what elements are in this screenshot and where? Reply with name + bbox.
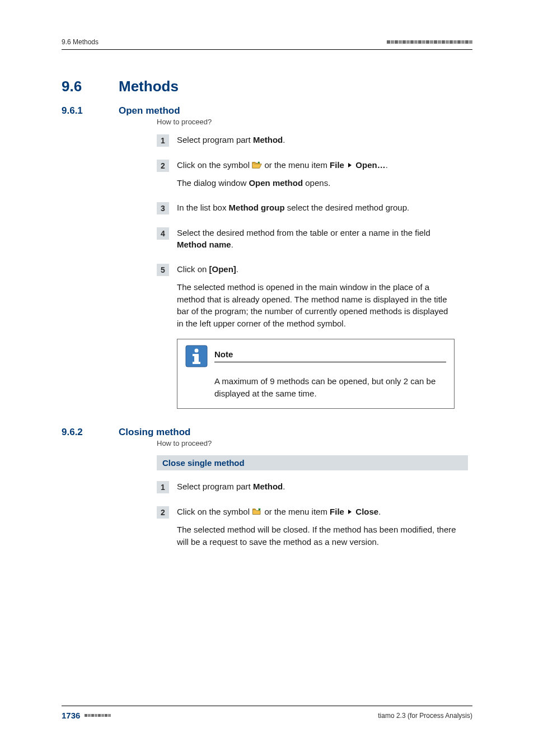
note-title: Note (214, 349, 233, 359)
bold-term: Method group (229, 203, 285, 212)
section-title: Methods (119, 78, 179, 95)
howto-label: How to proceed? (157, 439, 472, 447)
step-text: Select the desired method from the table… (177, 227, 457, 251)
bold-term: Method name (177, 240, 231, 249)
svg-rect-4 (193, 362, 200, 364)
open-folder-icon (252, 160, 262, 168)
menu-file: File (330, 507, 344, 516)
text: . (236, 264, 238, 274)
bold-term: Open method (249, 178, 303, 188)
procedure-title-bar: Close single method (157, 455, 468, 470)
howto-label: How to proceed? (157, 118, 472, 126)
subsection-title: Open method (119, 105, 180, 116)
close-folder-icon (252, 507, 262, 515)
step-text: In the list box Method group select the … (177, 202, 409, 214)
running-head: 9.6 Methods (62, 38, 99, 46)
menu-separator-icon (348, 163, 352, 167)
text: The dialog window (177, 178, 249, 188)
text: Select program part (177, 135, 253, 144)
step-number-badge: 1 (157, 481, 169, 493)
subsection-heading: 9.6.1 Open method (62, 105, 472, 116)
step-number-badge: 1 (157, 134, 169, 147)
step-text: Click on [Open]. The selected method is … (177, 263, 457, 330)
note-box: Note A maximum of 9 methods can be opene… (177, 339, 455, 409)
note-header: Note (185, 345, 446, 367)
text: . (283, 135, 285, 144)
step-text: Select program part Method. (177, 134, 285, 147)
footer-product: tiamo 2.3 (for Process Analysis) (378, 712, 472, 720)
step-number-badge: 5 (157, 264, 169, 276)
text: In the list box (177, 203, 229, 212)
text: opens. (303, 178, 330, 188)
page-footer: 1736 tiamo 2.3 (for Process Analysis) (62, 706, 472, 720)
menu-close: Close (355, 507, 378, 516)
menu-separator-icon (348, 510, 352, 514)
text: Click on the symbol (177, 507, 252, 516)
subsection-body: How to proceed? 1 Select program part Me… (157, 118, 472, 409)
text: . (231, 240, 233, 249)
bold-term: Method (253, 135, 283, 144)
page-header-row: 9.6 Methods (62, 38, 472, 46)
bold-term: [Open] (209, 264, 236, 274)
step-item: 1 Select program part Method. (157, 480, 472, 493)
step-result-text: The selected method is opened in the mai… (177, 281, 457, 330)
footer-ornament (85, 714, 111, 717)
step-number-badge: 2 (157, 506, 169, 519)
document-page: 9.6 Methods 9.6 Methods 9.6.1 Open metho… (0, 0, 534, 756)
step-number-badge: 4 (157, 227, 169, 240)
text: . (378, 507, 381, 516)
subsection-body: How to proceed? Close single method 1 Se… (157, 439, 472, 548)
subsection-number: 9.6.1 (62, 105, 96, 116)
subsection-number: 9.6.2 (62, 427, 96, 438)
menu-file: File (330, 160, 344, 170)
menu-open: Open… (355, 160, 385, 170)
step-item: 4 Select the desired method from the tab… (157, 227, 472, 251)
step-item: 2 Click on the symbol or the menu item F… (157, 506, 472, 548)
step-item: 1 Select program part Method. (157, 134, 472, 147)
page-number: 1736 (62, 711, 80, 720)
text: . (386, 160, 388, 170)
text: Click on (177, 264, 209, 274)
text: . (283, 482, 285, 491)
step-number-badge: 3 (157, 202, 169, 214)
svg-rect-3 (193, 354, 196, 356)
text: Select the desired method from the table… (177, 228, 430, 237)
step-item: 3 In the list box Method group select th… (157, 202, 472, 214)
header-rule (62, 49, 472, 50)
step-text: Click on the symbol or the menu item Fil… (177, 159, 388, 189)
svg-point-1 (195, 348, 199, 352)
note-body: A maximum of 9 methods can be opened, bu… (214, 375, 446, 400)
step-item: 2 Click on the symbol or the menu item F… (157, 159, 472, 189)
text: or the menu item (264, 507, 330, 516)
subsection-heading: 9.6.2 Closing method (62, 427, 472, 438)
text: or the menu item (264, 160, 330, 170)
step-number-badge: 2 (157, 160, 169, 172)
bold-term: Method (253, 482, 283, 491)
subsection-title: Closing method (119, 427, 190, 438)
section-heading: 9.6 Methods (62, 78, 472, 95)
step-text: Click on the symbol or the menu item Fil… (177, 506, 457, 548)
step-item: 5 Click on [Open]. The selected method i… (157, 263, 472, 330)
info-icon (185, 345, 208, 367)
step-result-text: The selected method will be closed. If t… (177, 524, 457, 548)
header-ornament (387, 40, 472, 44)
text: select the desired method group. (285, 203, 410, 212)
section-number: 9.6 (62, 78, 96, 95)
footer-left: 1736 (62, 711, 111, 720)
step-text: Select program part Method. (177, 480, 285, 493)
text: Select program part (177, 482, 253, 491)
text: Click on the symbol (177, 160, 252, 170)
